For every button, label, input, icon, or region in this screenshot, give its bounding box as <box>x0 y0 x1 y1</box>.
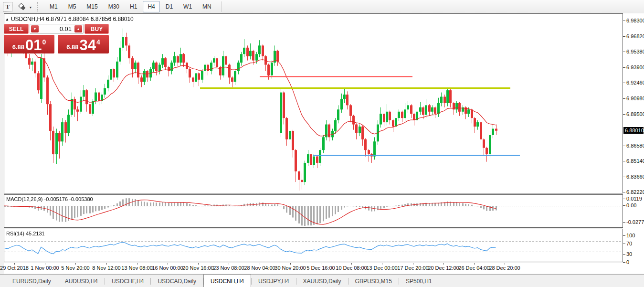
price-tick-mark <box>623 177 625 177</box>
price-tick-mark <box>623 52 625 52</box>
chart-tabbar: EURUSD,DailyAUDUSD,H4USDCHF,H4USDCAD,Dai… <box>0 274 644 287</box>
time-tick-mark <box>45 263 45 265</box>
time-tick-mark <box>168 263 168 265</box>
time-tick-label: 28 Dec 20:00 <box>489 265 520 271</box>
price-tick-mark <box>623 36 625 37</box>
macd-tick-mark <box>623 205 625 206</box>
sell-price-prefix: 6.88 <box>12 43 24 51</box>
rsi-label: RSI(14) 45.2131 <box>6 231 45 236</box>
time-axis[interactable]: 29 Oct 20181 Nov 00:005 Nov 20:008 Nov 1… <box>4 263 623 274</box>
price-tick-mark <box>623 21 625 21</box>
time-tick-label: 10 Dec 08:00 <box>336 265 367 271</box>
sell-price-big: 01 <box>25 38 42 53</box>
macd-label: MACD(12,26,9) -0.005176 -0.005380 <box>6 196 93 202</box>
price-tick-label: 6.89500 <box>626 111 644 117</box>
time-tick-label: 13 Nov 08:00 <box>121 265 152 271</box>
time-tick-mark <box>137 263 137 265</box>
rsi-tick-mark <box>623 235 625 236</box>
price-tick-label: 6.96820 <box>626 33 644 39</box>
rsi-tick-mark <box>623 262 625 263</box>
time-tick-label: 20 Nov 16:00 <box>182 265 213 271</box>
sell-button[interactable]: SELL <box>4 24 29 34</box>
tab-audusd-h4[interactable]: AUDUSD,H4 <box>58 275 105 287</box>
time-tick-label: 30 Nov 20:00 <box>274 265 306 271</box>
time-tick-label: 5 Dec 16:00 <box>306 265 335 271</box>
time-tick-mark <box>229 263 229 265</box>
macd-canvas[interactable] <box>4 195 623 227</box>
sell-quote[interactable]: 6.88 01 0 <box>4 35 54 53</box>
macd-pane[interactable]: MACD(12,26,9) -0.005176 -0.005380 <box>4 194 623 228</box>
time-tick-mark <box>260 263 260 265</box>
rsi-tick-label: 30 <box>626 251 632 257</box>
timeframe-button-h1[interactable]: H1 <box>125 1 142 12</box>
macd-tick-mark <box>623 199 625 199</box>
rsi-canvas[interactable] <box>4 229 623 262</box>
buy-price-prefix: 6.88 <box>66 43 78 51</box>
macd-tick-mark <box>623 222 625 223</box>
time-tick-label: 8 Nov 12:00 <box>92 265 120 271</box>
price-tick-mark <box>623 192 625 192</box>
tab-usdchf-h4[interactable]: USDCHF,H4 <box>105 275 150 287</box>
timeframe-button-m5[interactable]: M5 <box>63 1 81 12</box>
mt4-window: T ▾ M1M5M15M30H1H4D1W1MN ▲USDCNH,H4 6.87… <box>0 0 644 287</box>
price-tick-label: 6.90980 <box>626 96 644 101</box>
macd-tick-label: 0.00 <box>626 202 636 208</box>
time-tick-label: 1 Nov 00:00 <box>31 265 59 271</box>
tab-xauusd-daily[interactable]: XAUUSD,Daily <box>296 275 348 287</box>
sell-price-sup: 0 <box>42 38 46 46</box>
price-tick-label: 6.92460 <box>626 80 644 85</box>
rsi-tick-mark <box>623 254 625 255</box>
macd-tick-label: 0.0119 <box>626 196 642 202</box>
time-tick-label: 13 Dec 00:00 <box>366 265 397 271</box>
time-tick-mark <box>198 263 199 265</box>
tab-eurusd-daily[interactable]: EURUSD,Daily <box>6 275 58 287</box>
price-tick-mark <box>623 114 625 115</box>
timeframe-button-h4[interactable]: H4 <box>143 1 159 12</box>
price-tick-mark <box>623 67 625 68</box>
time-tick-mark <box>106 263 107 265</box>
rsi-tick-label: 70 <box>626 241 632 246</box>
tab-gbpusd-m15[interactable]: GBPUSD,M15 <box>348 275 399 287</box>
time-tick-mark <box>382 263 382 265</box>
price-axis[interactable]: 6.983006.968206.953806.939006.924606.909… <box>623 13 644 274</box>
time-tick-label: 28 Nov 04:00 <box>244 265 275 271</box>
timeframe-button-m15[interactable]: M15 <box>82 1 102 12</box>
time-tick-label: 20 Dec 12:00 <box>428 265 459 271</box>
chevron-down-icon: ▾ <box>30 5 32 10</box>
time-tick-mark <box>505 263 505 265</box>
timeframe-button-m30[interactable]: M30 <box>104 1 124 12</box>
timeframe-button-d1[interactable]: D1 <box>161 1 178 12</box>
buy-button[interactable]: BUY <box>84 24 109 34</box>
time-tick-label: 26 Dec 04:00 <box>458 265 489 271</box>
text-tool-icon[interactable]: T <box>3 2 12 11</box>
time-tick-label: 16 Nov 00:00 <box>152 265 183 271</box>
buy-price-big: 34 <box>80 38 96 53</box>
time-tick-mark <box>474 263 475 265</box>
timeframe-button-mn[interactable]: MN <box>198 1 216 12</box>
buy-quote[interactable]: 6.88 34 4 <box>58 35 109 53</box>
volume-decrease-button[interactable]: ▼ <box>31 25 39 32</box>
time-tick-mark <box>413 263 413 265</box>
price-tick-label: 6.95380 <box>626 49 644 54</box>
volume-input[interactable] <box>40 25 74 33</box>
tab-usdcnh-h4[interactable]: USDCNH,H4 <box>203 274 251 287</box>
one-click-trade-panel: SELL ▼ ▲ BUY 6.88 01 0 6.88 34 4 <box>4 24 109 53</box>
tab-usdcad-daily[interactable]: USDCAD,Daily <box>151 275 203 287</box>
price-tick-label: 6.83660 <box>626 174 644 180</box>
toolbar-grip[interactable] <box>37 2 41 11</box>
timeframe-button-m1[interactable]: M1 <box>45 1 63 12</box>
diamond-filled-icon <box>21 6 26 11</box>
timeframe-buttons: M1M5M15M30H1H4D1W1MN <box>44 1 217 12</box>
timeframe-button-w1[interactable]: W1 <box>179 1 197 12</box>
volume-increase-button[interactable]: ▲ <box>74 25 82 32</box>
price-tick-label: 6.98300 <box>626 18 644 23</box>
tab-usdjpy-h4[interactable]: USDJPY,H4 <box>252 275 296 287</box>
price-tick-mark <box>623 83 625 83</box>
timeframe-toolbar: T ▾ M1M5M15M30H1H4D1W1MN <box>0 0 644 14</box>
time-tick-label: 29 Oct 2018 <box>0 265 29 271</box>
current-price-box: 6.88010 <box>623 127 644 134</box>
rsi-pane[interactable]: RSI(14) 45.2131 <box>4 229 623 262</box>
time-tick-mark <box>75 263 76 265</box>
tab-sp500-h1[interactable]: SP500,H1 <box>399 275 439 287</box>
objects-tool-icon[interactable]: ▾ <box>17 2 32 11</box>
